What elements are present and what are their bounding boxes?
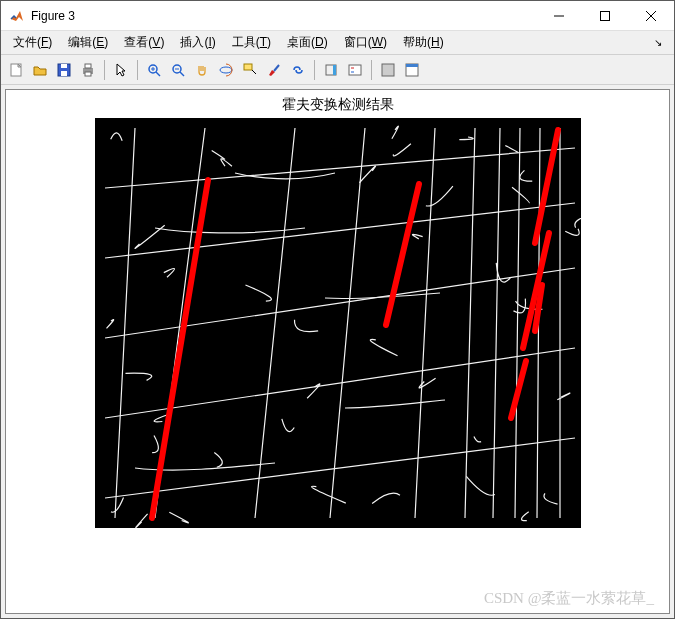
- zoom-out-button[interactable]: [167, 59, 189, 81]
- rotate-3d-button[interactable]: [215, 59, 237, 81]
- hough-image: [95, 118, 581, 528]
- hide-tools-button[interactable]: [377, 59, 399, 81]
- menu-more-icon[interactable]: ↘: [646, 35, 670, 50]
- menu-tools[interactable]: 工具(T): [224, 32, 279, 53]
- maximize-button[interactable]: [582, 1, 628, 30]
- link-button[interactable]: [287, 59, 309, 81]
- menu-help[interactable]: 帮助(H): [395, 32, 452, 53]
- open-button[interactable]: [29, 59, 51, 81]
- figure-canvas[interactable]: 霍夫变换检测结果: [5, 89, 670, 614]
- svg-rect-27: [382, 64, 394, 76]
- colorbar-button[interactable]: [320, 59, 342, 81]
- svg-point-18: [220, 67, 232, 73]
- window-controls: [536, 1, 674, 30]
- svg-rect-19: [244, 64, 252, 70]
- svg-line-16: [180, 72, 184, 76]
- data-cursor-button[interactable]: [239, 59, 261, 81]
- menubar: 文件(F) 编辑(E) 查看(V) 插入(I) 工具(T) 桌面(D) 窗口(W…: [1, 31, 674, 55]
- toolbar: [1, 55, 674, 85]
- content-area: 霍夫变换检测结果 CSDN @柔蓝一水萦花草_: [1, 85, 674, 618]
- svg-rect-1: [601, 11, 610, 20]
- svg-line-12: [156, 72, 160, 76]
- svg-rect-6: [61, 71, 67, 76]
- legend-button[interactable]: [344, 59, 366, 81]
- pointer-button[interactable]: [110, 59, 132, 81]
- show-tools-button[interactable]: [401, 59, 423, 81]
- svg-rect-24: [349, 65, 361, 75]
- menu-desktop[interactable]: 桌面(D): [279, 32, 336, 53]
- pan-button[interactable]: [191, 59, 213, 81]
- zoom-in-button[interactable]: [143, 59, 165, 81]
- plot-title: 霍夫变换检测结果: [282, 96, 394, 114]
- svg-rect-7: [61, 64, 67, 68]
- svg-line-21: [274, 65, 279, 71]
- svg-line-20: [252, 70, 256, 74]
- svg-rect-30: [95, 118, 581, 528]
- menu-file[interactable]: 文件(F): [5, 32, 60, 53]
- close-button[interactable]: [628, 1, 674, 30]
- print-button[interactable]: [77, 59, 99, 81]
- minimize-button[interactable]: [536, 1, 582, 30]
- save-button[interactable]: [53, 59, 75, 81]
- matlab-icon: [9, 8, 25, 24]
- brush-button[interactable]: [263, 59, 285, 81]
- image-axes: [95, 118, 581, 528]
- svg-rect-10: [85, 72, 91, 76]
- titlebar: Figure 3: [1, 1, 674, 31]
- menu-view[interactable]: 查看(V): [116, 32, 172, 53]
- new-figure-button[interactable]: [5, 59, 27, 81]
- window-title: Figure 3: [31, 9, 536, 23]
- svg-rect-9: [85, 64, 91, 68]
- svg-rect-29: [406, 64, 418, 67]
- menu-insert[interactable]: 插入(I): [172, 32, 223, 53]
- menu-edit[interactable]: 编辑(E): [60, 32, 116, 53]
- figure-window: Figure 3 文件(F) 编辑(E) 查看(V) 插入(I) 工具(T) 桌…: [0, 0, 675, 619]
- svg-rect-23: [333, 65, 336, 75]
- menu-window[interactable]: 窗口(W): [336, 32, 395, 53]
